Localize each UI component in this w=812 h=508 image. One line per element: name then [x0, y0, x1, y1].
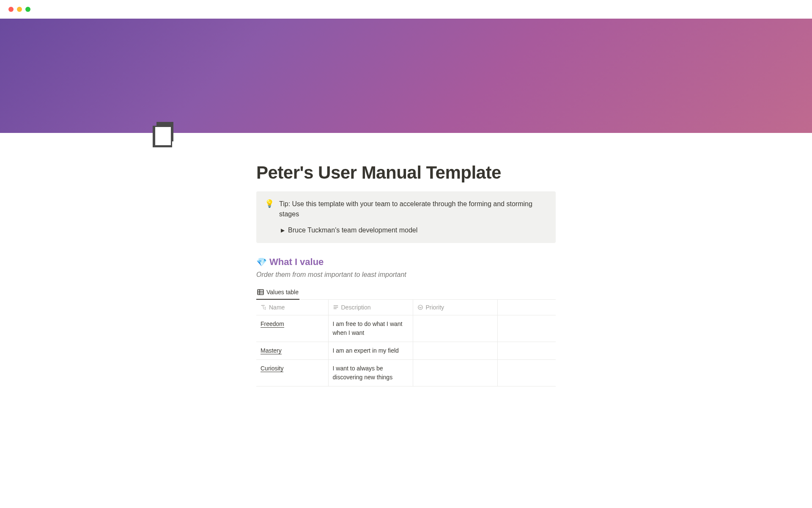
callout-body: Tip: Use this template with your team to…	[279, 199, 547, 235]
gem-icon: 💎	[256, 257, 267, 267]
window-close-button[interactable]	[8, 7, 14, 12]
window-minimize-button[interactable]	[17, 7, 22, 12]
svg-rect-3	[258, 290, 263, 295]
svg-rect-7	[333, 306, 338, 306]
cell-priority[interactable]	[413, 342, 497, 360]
triangle-right-icon: ▶	[281, 226, 285, 234]
svg-rect-2	[154, 127, 171, 146]
cell-extra[interactable]	[497, 342, 556, 360]
table-row[interactable]: Mastery I am an expert in my field	[256, 342, 556, 360]
cell-description[interactable]: I want to always be discovering new thin…	[328, 360, 413, 387]
window-controls	[0, 0, 812, 19]
page-icon[interactable]	[152, 121, 178, 147]
table-row[interactable]: Curiosity I want to always be discoverin…	[256, 360, 556, 387]
database-view-tabs: Values table	[256, 286, 556, 300]
text-property-icon	[333, 304, 339, 310]
callout-block[interactable]: 💡 Tip: Use this template with your team …	[256, 191, 556, 243]
column-header-add[interactable]	[497, 300, 556, 315]
title-property-icon	[261, 304, 266, 310]
toggle-block[interactable]: ▶ Bruce Tuckman's team development model	[281, 225, 547, 235]
column-name-label: Name	[269, 304, 285, 311]
cell-priority[interactable]	[413, 315, 497, 342]
column-header-description[interactable]: Description	[328, 300, 413, 315]
column-header-name[interactable]: Name	[256, 300, 328, 315]
select-property-icon	[417, 304, 423, 310]
svg-rect-8	[333, 307, 338, 307]
section-heading-text: What I value	[269, 257, 324, 268]
column-header-priority[interactable]: Priority	[413, 300, 497, 315]
cell-description[interactable]: I am an expert in my field	[328, 342, 413, 360]
window-maximize-button[interactable]	[25, 7, 30, 12]
table-icon	[257, 289, 264, 295]
column-priority-label: Priority	[426, 304, 444, 311]
toggle-label: Bruce Tuckman's team development model	[288, 225, 417, 235]
values-table: Name Description	[256, 300, 556, 387]
svg-point-10	[418, 305, 422, 310]
lightbulb-icon: 💡	[265, 199, 274, 235]
page-content: Peter's User Manual Template 💡 Tip: Use …	[256, 133, 556, 387]
cell-extra[interactable]	[497, 315, 556, 342]
cell-name[interactable]: Mastery	[261, 347, 282, 354]
cell-extra[interactable]	[497, 360, 556, 387]
cell-name[interactable]: Curiosity	[261, 365, 283, 372]
page-cover[interactable]	[0, 19, 812, 133]
view-tab-label: Values table	[266, 289, 299, 295]
cell-description[interactable]: I am free to do what I want when I want	[328, 315, 413, 342]
callout-text[interactable]: Tip: Use this template with your team to…	[279, 200, 532, 218]
view-tab-table[interactable]: Values table	[256, 286, 299, 300]
page-title[interactable]: Peter's User Manual Template	[256, 163, 556, 183]
section-heading[interactable]: 💎 What I value	[256, 257, 556, 268]
cell-name[interactable]: Freedom	[261, 320, 284, 328]
column-description-label: Description	[341, 304, 371, 311]
table-row[interactable]: Freedom I am free to do what I want when…	[256, 315, 556, 342]
table-header-row: Name Description	[256, 300, 556, 315]
section-subtitle[interactable]: Order them from most important to least …	[256, 271, 556, 279]
svg-rect-9	[333, 309, 336, 309]
cell-priority[interactable]	[413, 360, 497, 387]
